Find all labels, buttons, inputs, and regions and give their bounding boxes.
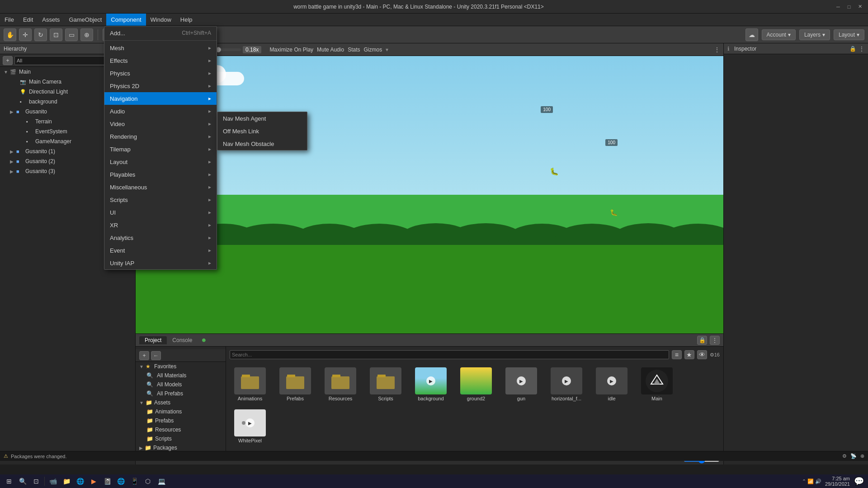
proj-all-materials[interactable]: 🔍 All Materials [136, 371, 226, 380]
asset-background[interactable]: ▶ background [410, 366, 451, 403]
asset-resources[interactable]: Resources [320, 366, 361, 403]
nav-mesh-agent-item[interactable]: Nav Mesh Agent [217, 112, 307, 125]
unknown-icon1[interactable]: 📱 [129, 476, 140, 487]
dropdown-miscellaneous[interactable]: Miscellaneous ▸ [104, 181, 217, 193]
nav-mesh-obstacle-item[interactable]: Nav Mesh Obstacle [217, 137, 307, 150]
asset-scripts[interactable]: Scripts [365, 366, 406, 403]
dropdown-scripts[interactable]: Scripts ▸ [104, 193, 217, 206]
dropdown-tilemap[interactable]: Tilemap ▸ [104, 143, 217, 155]
dropdown-rendering[interactable]: Rendering ▸ [104, 130, 217, 143]
dropdown-analytics[interactable]: Analytics ▸ [104, 231, 217, 244]
dropdown-unity-iap[interactable]: Unity IAP ▸ [104, 257, 217, 269]
asset-horizontal[interactable]: ▶ horizontal_f... [546, 366, 587, 403]
asset-prefabs[interactable]: Prefabs [275, 366, 316, 403]
project-more[interactable]: ⋮ [710, 336, 720, 345]
rect-tool[interactable]: ▭ [65, 28, 78, 41]
console-tab[interactable]: Console [167, 336, 198, 344]
proj-back-button[interactable]: ← [151, 351, 161, 360]
vlc-icon[interactable]: ▶ [88, 476, 99, 487]
asset-ground2[interactable]: ground2 [456, 366, 496, 403]
proj-resources[interactable]: 📁 Resources [136, 425, 226, 434]
asset-main[interactable]: Main [637, 366, 677, 403]
dropdown-xr[interactable]: XR ▸ [104, 219, 217, 231]
project-tab[interactable]: Project [139, 336, 167, 344]
minimize-button[interactable]: ─ [834, 2, 843, 11]
dropdown-mesh[interactable]: Mesh ▸ [104, 42, 217, 54]
vs-icon[interactable]: 💻 [156, 476, 167, 487]
proj-prefabs[interactable]: 📁 Prefabs [136, 416, 226, 425]
dropdown-event[interactable]: Event ▸ [104, 244, 217, 257]
taskview-button[interactable]: ⊡ [31, 476, 42, 487]
account-button[interactable]: Account [762, 29, 796, 40]
notification-icon[interactable]: 💬 [854, 476, 864, 487]
menu-assets[interactable]: Assets [38, 14, 64, 26]
dropdown-navigation[interactable]: Navigation ▸ [104, 92, 217, 105]
transform-tool[interactable]: ⊕ [80, 28, 93, 41]
move-tool[interactable]: ✛ [19, 28, 32, 41]
dropdown-physics2d[interactable]: Physics 2D ▸ [104, 80, 217, 92]
g3-label: Gusanito (3) [25, 168, 55, 174]
unity-taskbar-icon[interactable]: ⬡ [142, 476, 153, 487]
hand-tool[interactable]: ✋ [4, 28, 16, 41]
maximize-button[interactable]: □ [844, 2, 854, 11]
layout-button[interactable]: Layout [834, 29, 864, 40]
files-icon[interactable]: 📁 [61, 476, 72, 487]
scale-tool[interactable]: ⊡ [50, 28, 62, 41]
gizmos-chevron[interactable] [386, 47, 388, 53]
menu-component[interactable]: Component [106, 14, 146, 26]
proj-scripts[interactable]: 📁 Scripts [136, 434, 226, 443]
mute-audio-btn[interactable]: Mute Audio [317, 47, 344, 53]
menubar: File Edit Assets GameObject Component Wi… [0, 14, 868, 26]
chrome-icon[interactable]: 🌐 [75, 476, 85, 487]
menu-edit[interactable]: Edit [19, 14, 38, 26]
inspector-more-icon[interactable]: ⋮ [859, 46, 864, 52]
menu-help[interactable]: Help [176, 14, 197, 26]
dropdown-video[interactable]: Video ▸ [104, 117, 217, 130]
proj-add-button[interactable]: + [139, 351, 149, 360]
maximize-on-play-btn[interactable]: Maximize On Play [269, 47, 313, 53]
dropdown-layout[interactable]: Layout ▸ [104, 155, 217, 168]
edge-icon[interactable]: 🌐 [115, 476, 126, 487]
asset-whitepixel[interactable]: ▶ WhitePixel [230, 408, 270, 445]
close-button[interactable]: ✕ [855, 2, 864, 11]
dropdown-effects[interactable]: Effects ▸ [104, 54, 217, 67]
eye-btn[interactable]: 👁 [697, 350, 707, 359]
start-button[interactable]: ⊞ [4, 476, 14, 487]
search-taskbar[interactable]: 🔍 [17, 476, 28, 487]
account-label: Account [767, 32, 786, 38]
more-options-icon[interactable]: ⋮ [714, 47, 720, 53]
dropdown-physics[interactable]: Physics ▸ [104, 67, 217, 80]
dropdown-ui[interactable]: UI ▸ [104, 206, 217, 219]
proj-animations[interactable]: 📁 Animations [136, 407, 226, 416]
menu-window[interactable]: Window [146, 14, 176, 26]
proj-all-models[interactable]: 🔍 All Models [136, 380, 226, 389]
game-view[interactable]: 🐛 🐛 100 100 [136, 56, 723, 333]
dropdown-playables[interactable]: Playables ▸ [104, 168, 217, 181]
layers-button[interactable]: Layers [799, 29, 830, 40]
star-filter-btn[interactable]: ★ [684, 350, 694, 359]
cloud-icon[interactable]: ☁ [745, 28, 758, 41]
menu-file[interactable]: File [0, 14, 19, 26]
proj-all-prefabs[interactable]: 🔍 All Prefabs [136, 389, 226, 398]
gizmos-btn[interactable]: Gizmos [363, 47, 382, 53]
menu-gameobject[interactable]: GameObject [64, 14, 106, 26]
asset-idle[interactable]: ▶ idle [591, 366, 632, 403]
asset-search-input[interactable] [230, 350, 669, 359]
stats-btn[interactable]: Stats [348, 47, 360, 53]
add-component-button[interactable]: Add... Ctrl+Shift+A [104, 27, 217, 39]
dropdown-audio[interactable]: Audio ▸ [104, 105, 217, 117]
teams-icon[interactable]: 📹 [47, 476, 58, 487]
filter-btn[interactable]: ≡ [672, 350, 682, 359]
asset-gun[interactable]: ▶ gun [501, 366, 542, 403]
onenote-icon[interactable]: 📓 [102, 476, 113, 487]
inspector-lock-icon[interactable]: 🔒 [849, 46, 856, 52]
layout-menu-label: Layout [110, 159, 127, 165]
proj-assets[interactable]: ▼ 📁 Assets [136, 398, 226, 407]
off-mesh-link-item[interactable]: Off Mesh Link [217, 125, 307, 137]
hierarchy-add-button[interactable]: + [3, 56, 13, 65]
gusanito-icon: ■ [16, 109, 24, 114]
project-lock[interactable]: 🔒 [697, 336, 707, 345]
asset-animations[interactable]: Animations [230, 366, 270, 403]
proj-favorites[interactable]: ▼ ★ Favorites [136, 362, 226, 371]
rotate-tool[interactable]: ↻ [34, 28, 47, 41]
